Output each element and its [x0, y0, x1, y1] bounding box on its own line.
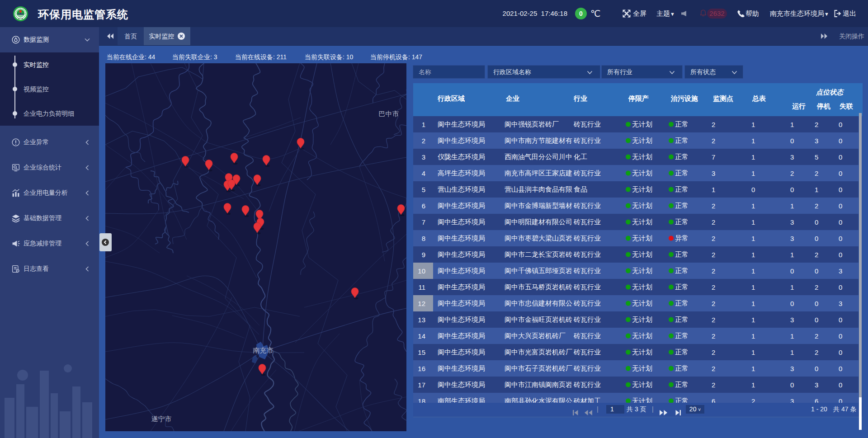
svg-text:南充市: 南充市	[253, 346, 274, 354]
svg-text:巴中市: 巴中市	[379, 110, 399, 118]
svg-text:遂宁市: 遂宁市	[151, 415, 172, 423]
